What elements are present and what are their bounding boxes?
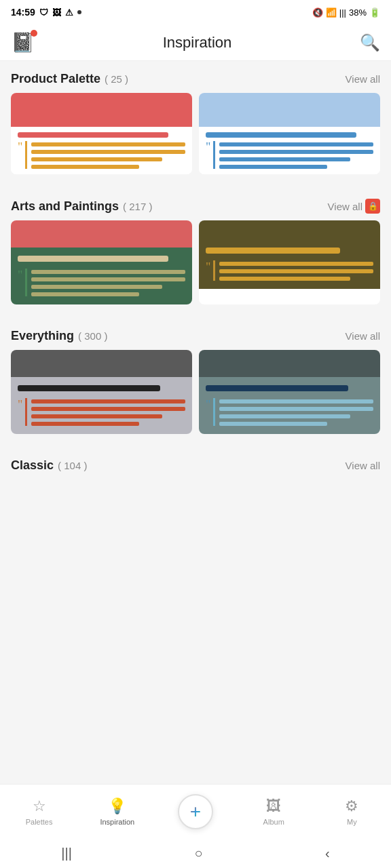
stripe-everything-black [18, 385, 160, 391]
line-4 [31, 165, 139, 169]
view-all-product-palette[interactable]: View all [346, 73, 380, 85]
inspiration-icon: 💡 [108, 797, 126, 815]
mute-icon: 🔇 [312, 7, 323, 18]
android-home-button[interactable]: ○ [181, 840, 216, 867]
image-icon: 🖼 [52, 7, 61, 18]
line-a1 [31, 270, 185, 274]
lines-block-arts-1 [25, 269, 185, 296]
section-header-classic: Classic ( 104 ) View all [0, 448, 391, 479]
quote-mark-everything-1: " [18, 398, 22, 412]
nav-item-album[interactable]: 🖼 Album [235, 792, 313, 831]
cards-row-everything: " " [0, 350, 391, 434]
line-b2 [219, 150, 373, 154]
line-e2 [31, 407, 185, 411]
lines-block-everything-2 [213, 398, 373, 426]
line-t3 [219, 414, 350, 418]
card-product-palette-1[interactable]: " [11, 93, 192, 174]
time-display: 14:59 [11, 7, 35, 18]
line-a2 [31, 277, 185, 281]
status-right: 🔇 📶 ||| 38% 🔋 [312, 7, 380, 18]
lock-icon: 🔒 [365, 199, 380, 214]
page-title: Inspiration [163, 34, 232, 52]
android-recent-button[interactable]: ||| [48, 840, 86, 867]
fab-plus-icon: + [190, 802, 201, 821]
quote-mark-everything-2: " [206, 398, 210, 412]
nav-item-palettes[interactable]: ☆ Palettes [0, 792, 78, 831]
battery-text: 38% [349, 7, 367, 18]
line-a4 [31, 292, 139, 296]
section-count-arts: ( 217 ) [123, 201, 152, 212]
section-product-palette: Product Palette ( 25 ) View all " [0, 61, 391, 174]
nav-item-inspiration[interactable]: 💡 Inspiration [78, 792, 156, 831]
lines-block-2 [213, 141, 373, 169]
lines-block-1 [25, 141, 185, 169]
section-count-product-palette: ( 25 ) [105, 73, 128, 85]
notification-dot [31, 30, 37, 37]
cards-row-product-palette: " " [0, 93, 391, 174]
line-o3 [219, 277, 350, 281]
card-arts-1[interactable]: " [11, 220, 192, 304]
palettes-label: Palettes [26, 818, 53, 826]
card-everything-2[interactable]: " [199, 350, 380, 434]
signal-icon: ||| [339, 7, 346, 18]
inspiration-label: Inspiration [100, 818, 134, 826]
quote-block-1: " [18, 141, 185, 169]
line-b1 [219, 142, 373, 146]
album-label: Album [263, 818, 284, 826]
section-everything: Everything ( 300 ) View all " [0, 318, 391, 434]
card-product-palette-2[interactable]: " [199, 93, 380, 174]
nav-fab[interactable]: + [156, 789, 234, 835]
card-top-red [11, 93, 192, 127]
dot-icon [77, 10, 81, 14]
quote-mark-1: " [18, 141, 22, 153]
stripe-arts-orange [206, 248, 340, 254]
status-time: 14:59 🛡 🖼 ⚠ [11, 7, 81, 18]
palettes-icon: ☆ [33, 797, 46, 815]
section-header-product-palette: Product Palette ( 25 ) View all [0, 61, 391, 93]
stripe-blue [206, 132, 356, 138]
section-count-everything: ( 300 ) [78, 330, 107, 342]
view-all-everything[interactable]: View all [346, 330, 380, 342]
view-all-arts-label: View all [328, 201, 362, 212]
notebook-button[interactable]: 📓 [11, 31, 35, 54]
fab-button[interactable]: + [178, 794, 213, 829]
view-all-arts[interactable]: View all 🔒 [328, 199, 380, 214]
card-body-arts-1: " [11, 248, 192, 304]
section-arts-paintings: Arts and Paintings ( 217 ) View all 🔒 " [0, 188, 391, 304]
android-nav-bar: ||| ○ ‹ [0, 838, 391, 868]
quote-block-everything-1: " [18, 398, 185, 426]
section-title-group-everything: Everything ( 300 ) [11, 329, 107, 343]
main-content: Product Palette ( 25 ) View all " [0, 61, 391, 547]
card-arts-2[interactable]: " [199, 220, 380, 304]
line-2 [31, 150, 185, 154]
stripe-red [18, 132, 168, 138]
stripe-everything-navy [206, 385, 348, 391]
warning-icon: ⚠ [65, 7, 73, 18]
line-a3 [31, 285, 162, 289]
card-top-everything-dgray [199, 350, 380, 377]
card-body-arts-2: " [199, 220, 380, 289]
card-everything-1[interactable]: " [11, 350, 192, 434]
album-icon: 🖼 [266, 797, 281, 815]
quote-block-2: " [206, 141, 373, 169]
search-button[interactable]: 🔍 [360, 33, 380, 52]
view-all-classic[interactable]: View all [346, 460, 380, 471]
line-o2 [219, 269, 373, 273]
battery-icon: 🔋 [369, 7, 380, 18]
quote-block-arts-1: " [18, 269, 185, 296]
lines-block-everything-1 [25, 398, 185, 426]
line-3 [31, 157, 162, 161]
android-back-button[interactable]: ‹ [312, 840, 343, 867]
quote-mark-arts-1: " [18, 269, 22, 283]
cards-row-arts: " " [0, 220, 391, 304]
nav-item-my[interactable]: ⚙ My [313, 792, 391, 831]
shield-icon: 🛡 [39, 7, 48, 18]
line-t1 [219, 399, 373, 403]
quote-block-everything-2: " [206, 398, 373, 426]
quote-mark-arts-2: " [206, 260, 210, 275]
card-top-arts-red [11, 220, 192, 248]
section-title-classic: Classic [11, 458, 54, 473]
line-o1 [219, 262, 373, 266]
my-icon: ⚙ [345, 797, 358, 815]
card-mid-1: " [11, 127, 192, 174]
